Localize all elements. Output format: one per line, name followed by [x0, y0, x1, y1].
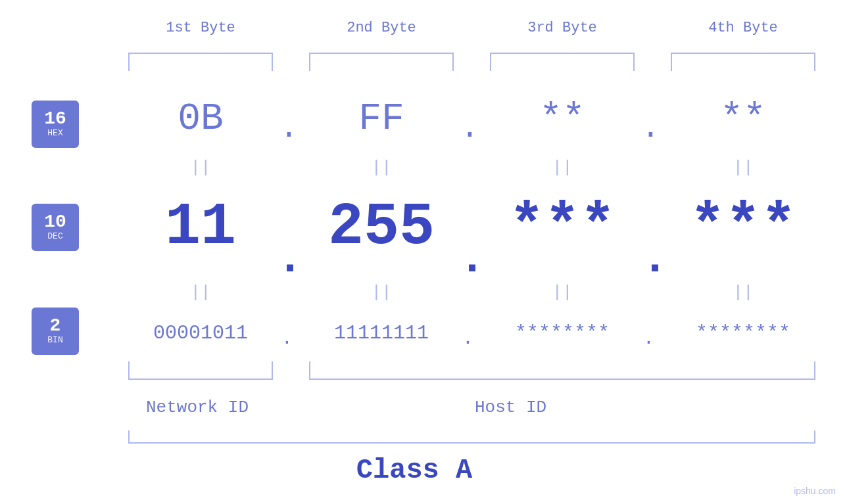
dec-dot-2: . [458, 233, 486, 285]
bin-dot-2: . [462, 329, 473, 349]
header-byte1: 1st Byte [112, 20, 289, 36]
hex-badge: 16 HEX [32, 101, 79, 148]
hex-dot-2: . [460, 110, 479, 146]
bin-badge: 2 BIN [32, 308, 79, 355]
watermark: ipshu.com [794, 486, 836, 496]
bin-value-byte1: 00001011 [128, 322, 273, 344]
hex-badge-num: 16 [44, 110, 66, 128]
dec-badge-num: 10 [44, 213, 66, 231]
main-container: 16 HEX 10 DEC 2 BIN 1st Byte 2nd Byte 3r… [0, 0, 845, 504]
dec-dot-3: . [641, 233, 669, 285]
dec-badge: 10 DEC [32, 204, 79, 251]
bracket-top-2 [309, 53, 454, 71]
hex-value-byte2: FF [309, 97, 454, 140]
eq-sign-dec-bin-3: || [490, 283, 635, 302]
eq-sign-dec-bin-1: || [128, 283, 273, 302]
bracket-host-id [309, 361, 815, 380]
eq-sign-hex-dec-3: || [490, 158, 635, 177]
bin-value-byte3: ******** [490, 322, 635, 344]
eq-sign-hex-dec-4: || [671, 158, 815, 177]
bracket-top-3 [490, 53, 635, 71]
eq-sign-hex-dec-1: || [128, 158, 273, 177]
header-byte4: 4th Byte [654, 20, 832, 36]
hex-badge-label: HEX [47, 128, 62, 139]
dec-dot-1: . [276, 233, 304, 285]
bin-value-byte4: ******** [671, 322, 815, 344]
dec-value-byte1: 11 [128, 194, 273, 261]
bin-dot-1: . [281, 329, 293, 349]
header-byte2: 2nd Byte [293, 20, 470, 36]
hex-value-byte1: 0B [128, 97, 273, 140]
bracket-top-4 [671, 53, 815, 71]
hex-value-byte4: ** [671, 97, 815, 140]
eq-sign-dec-bin-4: || [671, 283, 815, 302]
bracket-network-id [128, 361, 273, 380]
class-label: Class A [0, 455, 829, 486]
bin-value-byte2: 11111111 [309, 322, 454, 344]
eq-sign-dec-bin-2: || [309, 283, 454, 302]
bin-badge-label: BIN [47, 335, 62, 346]
bracket-top-1 [128, 53, 273, 71]
eq-sign-hex-dec-2: || [309, 158, 454, 177]
dec-badge-label: DEC [47, 231, 62, 242]
class-bracket [128, 430, 815, 444]
dec-value-byte4: *** [671, 194, 815, 261]
hex-dot-3: . [641, 110, 660, 146]
dec-value-byte3: *** [490, 194, 635, 261]
dec-value-byte2: 255 [309, 194, 454, 261]
bin-dot-3: . [643, 329, 654, 349]
host-id-label: Host ID [475, 398, 546, 417]
header-byte3: 3rd Byte [473, 20, 651, 36]
network-id-label: Network ID [146, 398, 249, 417]
hex-value-byte3: ** [490, 97, 635, 140]
bin-badge-num: 2 [50, 317, 61, 335]
hex-dot-1: . [279, 110, 299, 146]
